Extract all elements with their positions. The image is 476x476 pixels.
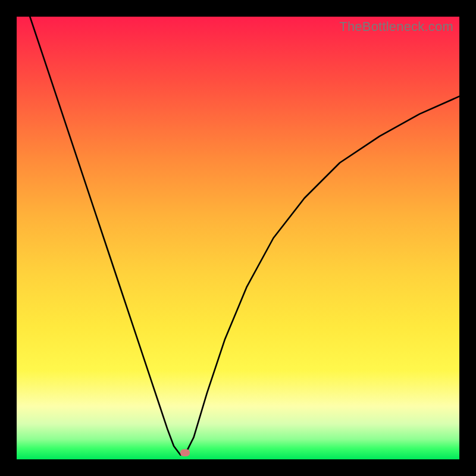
bottleneck-curve [17,17,459,459]
plot-area: TheBottleneck.com [17,17,459,459]
chart-frame: TheBottleneck.com [0,0,476,476]
minimum-marker [180,449,190,456]
